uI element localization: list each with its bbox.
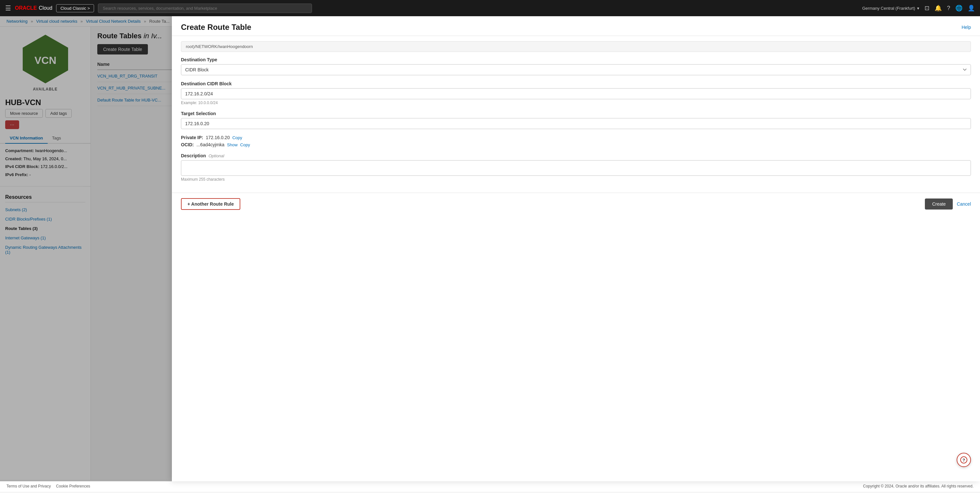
description-label: Description Optional — [181, 153, 971, 158]
modal-footer: + Another Route Rule Create Cancel — [172, 192, 980, 215]
page-footer: Terms of Use and Privacy Cookie Preferen… — [0, 480, 980, 492]
modal-header: Create Route Table Help — [172, 16, 980, 36]
ocid-copy-link[interactable]: Copy — [240, 142, 250, 147]
cloud-classic-button[interactable]: Cloud Classic > — [56, 4, 94, 12]
destination-cidr-hint: Example: 10.0.0.0/24 — [181, 100, 971, 105]
description-hint: Maximum 255 characters — [181, 177, 971, 181]
ocid-info: OCID: ...6ad4cyjmka Show Copy — [181, 142, 971, 147]
target-selection-group: Target Selection — [181, 111, 971, 129]
cancel-button[interactable]: Cancel — [957, 201, 971, 207]
hamburger-menu[interactable]: ☰ — [5, 4, 11, 12]
destination-type-label: Destination Type — [181, 57, 971, 62]
ocid-value: ...6ad4cyjmka — [197, 142, 224, 147]
copyright-text: Copyright © 2024, Oracle and/or its affi… — [863, 484, 974, 488]
oracle-logo: ORACLE Cloud — [15, 5, 52, 11]
compartment-path-bar: root)/NETWORK/IwanHoogendoorn — [181, 41, 971, 52]
region-chevron: ▾ — [917, 6, 920, 11]
modal-footer-actions: Create Cancel — [925, 199, 971, 210]
cloud-wordmark: Cloud — [39, 5, 52, 11]
footer-links: Terms of Use and Privacy Cookie Preferen… — [6, 484, 90, 488]
oracle-wordmark: ORACLE — [15, 5, 37, 11]
modal-body: root)/NETWORK/IwanHoogendoorn Destinatio… — [172, 36, 980, 192]
ocid-show-link[interactable]: Show — [227, 142, 238, 147]
create-submit-button[interactable]: Create — [925, 199, 953, 210]
private-ip-copy-link[interactable]: Copy — [232, 135, 242, 140]
user-avatar[interactable]: 👤 — [968, 5, 975, 12]
destination-cidr-input[interactable] — [181, 88, 971, 99]
target-selection-label: Target Selection — [181, 111, 971, 116]
modal-overlay: Create Route Table Help root)/NETWORK/Iw… — [0, 16, 980, 481]
floating-help-icon[interactable]: ? — [957, 453, 971, 467]
console-icon[interactable]: ⊡ — [924, 5, 929, 12]
description-input[interactable] — [181, 160, 971, 176]
bell-icon[interactable]: 🔔 — [935, 5, 942, 12]
cookie-link[interactable]: Cookie Preferences — [56, 484, 90, 488]
modal-title: Create Route Table — [181, 23, 251, 32]
region-label: Germany Central (Frankfurt) — [862, 6, 915, 11]
another-route-rule-button[interactable]: + Another Route Rule — [181, 198, 240, 210]
modal-help-link[interactable]: Help — [961, 25, 971, 30]
region-selector[interactable]: Germany Central (Frankfurt) ▾ — [862, 6, 920, 11]
destination-type-group: Destination Type CIDR Block — [181, 57, 971, 75]
private-ip-value: 172.16.0.20 — [205, 135, 230, 140]
destination-cidr-group: Destination CIDR Block Example: 10.0.0.0… — [181, 81, 971, 105]
private-ip-label: Private IP: — [181, 135, 203, 140]
svg-text:?: ? — [963, 458, 965, 463]
help-icon[interactable]: ? — [947, 5, 950, 12]
terms-link[interactable]: Terms of Use and Privacy — [6, 484, 51, 488]
globe-icon[interactable]: 🌐 — [955, 5, 963, 12]
ocid-label: OCID: — [181, 142, 194, 147]
private-ip-info: Private IP: 172.16.0.20 Copy — [181, 135, 971, 140]
destination-cidr-label: Destination CIDR Block — [181, 81, 971, 86]
global-search-input[interactable] — [98, 3, 312, 13]
top-navigation: ☰ ORACLE Cloud Cloud Classic > Germany C… — [0, 0, 980, 16]
create-route-table-modal: Create Route Table Help root)/NETWORK/Iw… — [172, 16, 980, 481]
description-group: Description Optional Maximum 255 charact… — [181, 153, 971, 181]
nav-right: Germany Central (Frankfurt) ▾ ⊡ 🔔 ? 🌐 👤 — [862, 5, 975, 12]
destination-type-select[interactable]: CIDR Block — [181, 64, 971, 75]
target-selection-input[interactable] — [181, 118, 971, 129]
